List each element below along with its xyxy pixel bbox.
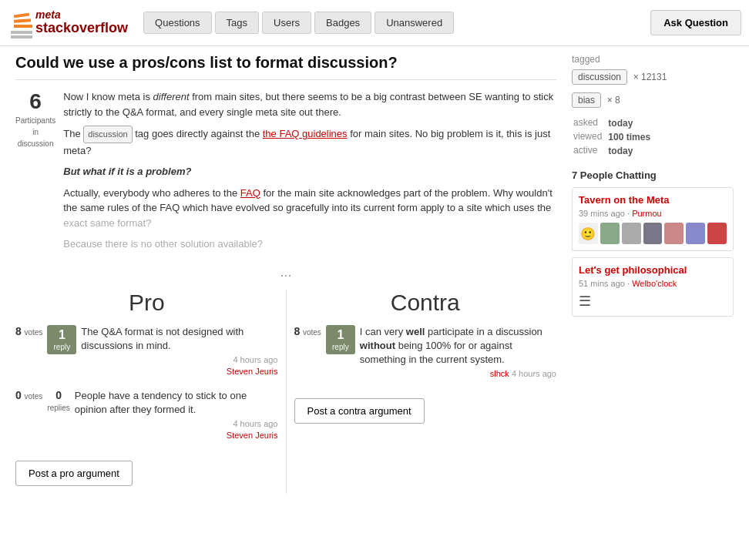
nav-tags[interactable]: Tags bbox=[215, 12, 259, 34]
asked-value: today bbox=[608, 117, 650, 129]
logo-stackoverflow: stackoverflow bbox=[35, 20, 128, 37]
viewed-value: 100 times bbox=[608, 131, 650, 143]
chatting-header: 7 People Chatting bbox=[572, 169, 734, 181]
post-contra-button[interactable]: Post a contra argument bbox=[294, 398, 425, 424]
chat-room-1-meta: 39 mins ago · Purmou bbox=[579, 209, 727, 218]
asked-label: asked bbox=[573, 117, 606, 129]
pro-arg-2-text: People have a tendency to stick to one o… bbox=[75, 389, 278, 442]
logo-icon bbox=[8, 6, 35, 40]
active-value: today bbox=[608, 145, 650, 157]
avatar-1: 🙂 bbox=[579, 223, 598, 244]
vote-count-area: 6 Participantsindiscussion bbox=[15, 89, 55, 258]
pro-arg-1-text: The Q&A format is not designed with disc… bbox=[81, 325, 277, 378]
faq-link2[interactable]: FAQ bbox=[240, 187, 260, 199]
chat-room-2-meta: 51 mins ago · Welbo'clock bbox=[579, 279, 727, 288]
pro-contra-section: Pro 8 votes 1 reply The Q&A format is no… bbox=[15, 290, 556, 494]
ask-question-button[interactable]: Ask Question bbox=[650, 10, 741, 35]
logo-text: meta stackoverflow bbox=[35, 9, 128, 37]
pro-footer: Post a pro argument bbox=[15, 453, 278, 486]
tagged-label: tagged bbox=[572, 54, 734, 65]
discussion-tag-inline: discussion bbox=[83, 126, 132, 143]
sidebar: tagged discussion × 12131 bias × 8 asked… bbox=[572, 54, 734, 494]
contra-arg-1-author[interactable]: slhck bbox=[490, 369, 509, 378]
chat-room-1-user[interactable]: Purmou bbox=[632, 209, 662, 218]
logo: meta stackoverflow bbox=[8, 6, 128, 40]
contra-header: Contra bbox=[294, 290, 557, 316]
nav-users[interactable]: Users bbox=[262, 12, 311, 34]
main-nav: Questions Tags Users Badges Unanswered bbox=[143, 12, 454, 34]
pro-arg-2-author[interactable]: Steven Jeuris bbox=[227, 431, 278, 440]
question-body-area: 6 Participantsindiscussion Now I know me… bbox=[15, 89, 556, 258]
header: meta stackoverflow Questions Tags Users … bbox=[0, 0, 749, 46]
post-pro-button[interactable]: Post a pro argument bbox=[15, 461, 133, 486]
chat-room-2: Let's get philosophical 51 mins ago · We… bbox=[572, 257, 734, 317]
faq-link[interactable]: the FAQ guidelines bbox=[263, 128, 348, 139]
main-content: Could we use a pros/cons list to format … bbox=[0, 46, 749, 501]
vote-label: Participantsindiscussion bbox=[15, 116, 55, 148]
pro-arg-2-meta: 4 hours ago Steven Jeuris bbox=[75, 418, 278, 442]
nav-questions[interactable]: Questions bbox=[143, 12, 212, 34]
tag-block-bias: bias × 8 bbox=[572, 92, 734, 108]
logo-meta: meta bbox=[35, 9, 128, 20]
pro-section: Pro 8 votes 1 reply The Q&A format is no… bbox=[15, 290, 287, 494]
tag-discussion[interactable]: discussion bbox=[572, 69, 627, 85]
vote-number: 6 bbox=[15, 89, 55, 114]
chat-room-1-avatars: 🙂 bbox=[579, 223, 727, 244]
chat-room-2-title[interactable]: Let's get philosophical bbox=[579, 264, 727, 276]
avatar-2 bbox=[600, 223, 620, 244]
active-label: active bbox=[573, 145, 606, 157]
chat-room-2-user[interactable]: Welbo'clock bbox=[632, 279, 677, 288]
content-area: Could we use a pros/cons list to format … bbox=[15, 54, 556, 494]
contra-arg-1-text: I can very well participate in a discuss… bbox=[360, 325, 556, 381]
avatar-5 bbox=[664, 223, 684, 244]
ellipsis: ··· bbox=[15, 267, 556, 283]
avatar-6 bbox=[686, 223, 705, 244]
svg-rect-0 bbox=[11, 35, 32, 39]
svg-rect-2 bbox=[14, 12, 29, 18]
tag-bias-count: × 8 bbox=[607, 95, 620, 106]
contra-footer: Post a contra argument bbox=[294, 391, 557, 424]
contra-arg-1-meta: slhck 4 hours ago bbox=[360, 368, 556, 380]
contra-arg-1-votes: 8 votes bbox=[294, 325, 321, 337]
nav-badges[interactable]: Badges bbox=[314, 12, 371, 34]
pro-arg-1-votes: 8 votes bbox=[15, 325, 42, 337]
tag-discussion-count: × 12131 bbox=[633, 72, 667, 82]
pro-arg-1-reply-badge: 1 reply bbox=[47, 325, 76, 354]
contra-arg-1: 8 votes 1 reply I can very well particip… bbox=[294, 325, 557, 381]
nav-unanswered[interactable]: Unanswered bbox=[374, 12, 454, 34]
pro-arg-2-reply: 0 replies bbox=[47, 389, 69, 413]
svg-rect-1 bbox=[11, 31, 32, 34]
chat-room-2-icon: ☰ bbox=[579, 293, 727, 310]
pro-arg-2-votes: 0 votes bbox=[15, 389, 42, 401]
pro-arg-1: 8 votes 1 reply The Q&A format is not de… bbox=[15, 325, 278, 378]
question-text: Now I know meta is different from main s… bbox=[63, 89, 556, 258]
pro-header: Pro bbox=[15, 290, 278, 316]
contra-arg-1-reply-badge: 1 reply bbox=[326, 325, 355, 354]
chat-room-1-title[interactable]: Tavern on the Meta bbox=[579, 194, 727, 206]
pro-arg-1-author[interactable]: Steven Jeuris bbox=[227, 367, 278, 376]
viewed-label: viewed bbox=[573, 131, 606, 143]
avatar-7 bbox=[707, 223, 727, 244]
contra-section: Contra 8 votes 1 reply I can very well p… bbox=[287, 290, 557, 494]
svg-rect-4 bbox=[14, 25, 32, 28]
pro-arg-1-meta: 4 hours ago Steven Jeuris bbox=[81, 354, 277, 378]
avatar-3 bbox=[622, 223, 641, 244]
pro-arg-2: 0 votes 0 replies People have a tendency… bbox=[15, 389, 278, 442]
svg-rect-3 bbox=[14, 18, 31, 23]
tag-block: discussion × 12131 bbox=[572, 69, 734, 85]
question-title: Could we use a pros/cons list to format … bbox=[15, 54, 556, 80]
tag-bias[interactable]: bias bbox=[572, 92, 601, 108]
question-meta-table: asked today viewed 100 times active toda… bbox=[572, 116, 652, 159]
chat-room-1: Tavern on the Meta 39 mins ago · Purmou … bbox=[572, 187, 734, 251]
avatar-4 bbox=[643, 223, 663, 244]
